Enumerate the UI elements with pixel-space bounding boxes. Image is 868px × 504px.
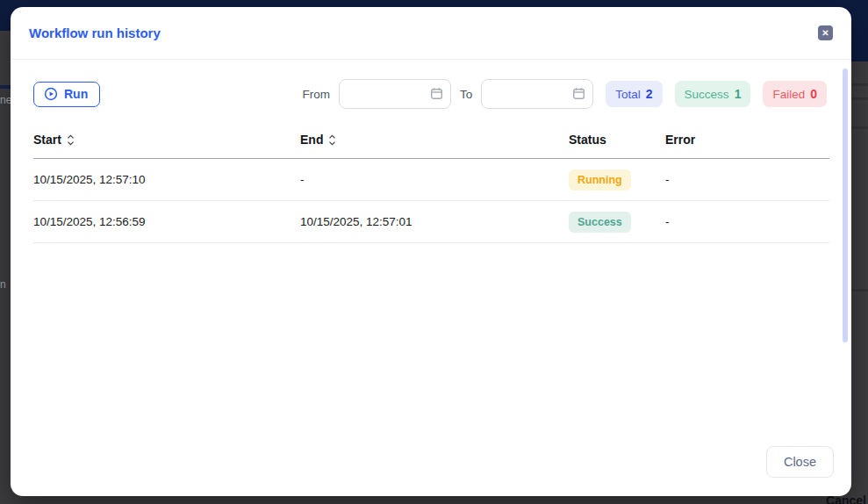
background-row-divider	[851, 83, 868, 86]
background-row-divider	[851, 289, 868, 292]
cell-error: -	[665, 173, 829, 186]
total-badge-count: 2	[646, 87, 653, 101]
total-badge-label: Total	[615, 88, 641, 101]
dialog-title: Workflow run history	[29, 25, 161, 40]
success-badge-count: 1	[735, 87, 742, 101]
success-badge-label: Success	[685, 88, 729, 101]
cell-end: -	[300, 173, 569, 186]
cell-start: 10/15/2025, 12:56:59	[33, 215, 300, 228]
sort-icon	[328, 134, 336, 146]
toolbar: Run From To	[33, 79, 836, 109]
background-left-patch	[0, 31, 11, 61]
from-label: From	[303, 88, 331, 101]
background-row-divider	[851, 97, 868, 100]
run-button[interactable]: Run	[33, 82, 100, 107]
background-row-divider	[851, 126, 868, 129]
cell-status: Running	[569, 169, 665, 191]
filter-cluster: From To	[303, 79, 828, 109]
sort-icon	[67, 134, 75, 146]
column-header-end-label: End	[300, 133, 323, 147]
table-row: 10/15/2025, 12:57:10 - Running -	[33, 159, 829, 201]
cell-end: 10/15/2025, 12:57:01	[300, 215, 569, 228]
run-history-table: Start End	[33, 124, 829, 243]
dialog-body: Run From To	[11, 60, 851, 446]
run-button-label: Run	[64, 87, 88, 101]
to-label: To	[460, 88, 472, 101]
table-row: 10/15/2025, 12:56:59 10/15/2025, 12:57:0…	[33, 201, 829, 243]
workflow-run-history-dialog: Workflow run history ✕ Run From	[11, 7, 851, 496]
total-count-badge: Total 2	[606, 81, 662, 107]
from-date-input[interactable]	[339, 79, 451, 109]
table-body: 10/15/2025, 12:57:10 - Running - 10/15/2…	[33, 159, 829, 243]
dialog-header: Workflow run history ✕	[11, 7, 851, 60]
column-header-status: Status	[569, 124, 665, 158]
failed-badge-label: Failed	[772, 88, 805, 101]
dialog-footer: Close	[11, 446, 851, 496]
background-clipped-text: n	[0, 278, 6, 291]
failed-count-badge: Failed 0	[763, 81, 827, 107]
to-date-input[interactable]	[481, 79, 593, 109]
success-count-badge: Success 1	[675, 81, 751, 107]
column-header-status-label: Status	[569, 133, 606, 147]
play-circle-icon	[44, 87, 58, 101]
close-button[interactable]: Close	[766, 446, 834, 478]
from-input-wrap	[339, 79, 451, 109]
column-header-error-label: Error	[665, 133, 695, 147]
background-left-band	[0, 85, 11, 89]
column-header-start[interactable]: Start	[33, 124, 300, 158]
vertical-scrollbar-thumb[interactable]	[843, 68, 848, 342]
cell-error: -	[665, 215, 829, 228]
table-header-row: Start End	[33, 124, 829, 159]
close-icon[interactable]: ✕	[818, 25, 833, 40]
cell-status: Success	[569, 212, 665, 233]
column-header-error: Error	[665, 124, 829, 158]
status-badge: Running	[569, 169, 631, 191]
failed-badge-count: 0	[810, 87, 817, 101]
cell-start: 10/15/2025, 12:57:10	[33, 173, 300, 186]
status-badge: Success	[569, 212, 631, 233]
to-input-wrap	[481, 79, 593, 109]
column-header-end[interactable]: End	[300, 124, 569, 158]
column-header-start-label: Start	[33, 133, 61, 147]
